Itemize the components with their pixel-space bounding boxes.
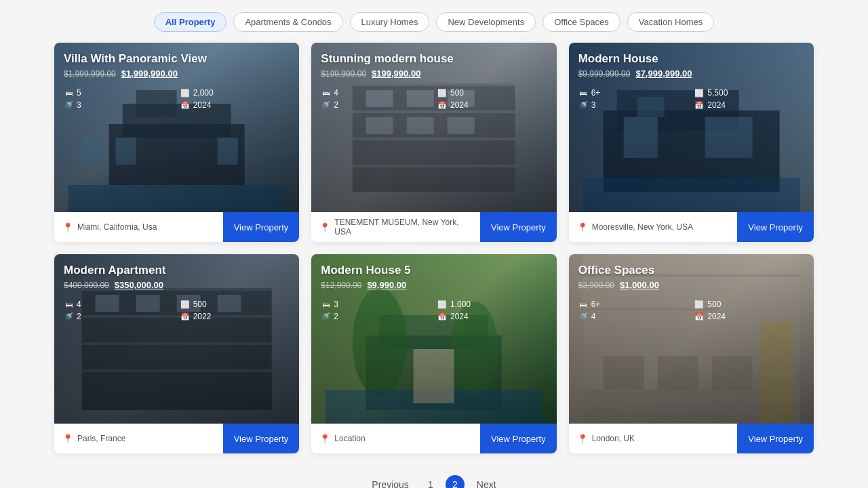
baths-spec-2: 🚿 3 [578,100,688,110]
beds-spec-4: 🛏 3 [321,300,431,309]
bed-icon: 🛏 [578,300,588,309]
location-area-2: 📍 Mooresville, New York, USA [569,212,738,242]
filter-btn-office-spaces[interactable]: Office Spaces [542,12,620,32]
year-spec-3: 📅 2022 [180,312,290,321]
card-footer-2: 📍 Mooresville, New York, USA View Proper… [569,212,814,242]
property-card-5: Office Spaces $3,900.00 $1,000.00 🛏 6+ ⬜… [569,254,814,453]
price-row-0: $1,999,999.00 $1,999,990.00 [64,68,290,79]
pagination-page-1[interactable]: 1 [421,475,440,488]
location-text-2: Mooresville, New York, USA [592,222,693,232]
property-card-1: Stunning modern house $199,999.00 $199,9… [311,43,556,242]
location-pin-icon: 📍 [62,434,73,444]
price-new-5: $1,000.00 [620,280,659,290]
filter-btn-all-property[interactable]: All Property [154,12,227,32]
price-old-0: $1,999,999.00 [64,69,116,79]
specs-3: 🛏 4 ⬜ 500 🚿 2 📅 2022 [64,297,290,324]
property-grid: Villa With Panoramic View $1,999,999.00 … [0,43,868,464]
location-text-5: London, UK [592,434,635,443]
location-area-4: 📍 Location [311,424,480,453]
specs-5: 🛏 6+ ⬜ 500 🚿 4 📅 2024 [578,297,804,324]
price-old-3: $400,000.00 [64,281,109,290]
bath-icon: 🚿 [64,100,73,110]
price-row-5: $3,900.00 $1,000.00 [578,280,804,290]
price-row-1: $199,999.00 $199,990.00 [321,68,547,79]
baths-spec-4: 🚿 2 [321,312,431,321]
pagination-page-2[interactable]: 2 [446,475,465,488]
baths-spec-3: 🚿 2 [64,312,174,321]
location-text-3: Paris, France [77,434,125,443]
bed-icon: 🛏 [321,88,330,98]
area-spec-0: ⬜ 2,000 [180,88,290,98]
year-spec-2: 📅 2024 [694,100,804,110]
price-old-5: $3,900.00 [578,281,614,290]
view-property-button-2[interactable]: View Property [737,212,814,242]
view-property-button-3[interactable]: View Property [223,424,300,453]
area-spec-5: ⬜ 500 [694,300,804,309]
location-area-1: 📍 TENEMENT MUSEUM, New York, USA [311,212,480,242]
card-image-2: Modern House $9,999,999.00 $7,999,999.00… [569,43,814,212]
beds-spec-0: 🛏 5 [64,88,174,98]
bed-icon: 🛏 [578,88,588,98]
pagination-next-button[interactable]: Next [470,476,503,488]
view-property-button-5[interactable]: View Property [737,424,814,453]
calendar-icon: 📅 [694,100,704,110]
calendar-icon: 📅 [180,100,190,110]
card-footer-3: 📍 Paris, France View Property [54,424,299,453]
area-icon: ⬜ [694,88,704,98]
filter-btn-luxury-homes[interactable]: Luxury Homes [350,12,430,32]
card-image-4: Modern House 5 $12,000.00 $9,990.00 🛏 3 … [311,254,556,424]
calendar-icon: 📅 [437,312,447,321]
area-spec-2: ⬜ 5,500 [694,88,804,98]
specs-0: 🛏 5 ⬜ 2,000 🚿 3 📅 2024 [64,85,290,113]
card-title-2: Modern House [578,52,804,66]
price-new-4: $9,990.00 [367,280,406,290]
beds-spec-5: 🛏 6+ [578,300,688,309]
location-area-3: 📍 Paris, France [54,424,223,453]
location-text-4: Location [334,434,365,443]
baths-spec-5: 🚿 4 [578,312,688,321]
location-pin-icon: 📍 [319,434,330,444]
calendar-icon: 📅 [437,100,447,110]
calendar-icon: 📅 [694,312,704,321]
price-new-2: $7,999,999.00 [635,68,692,79]
card-title-0: Villa With Panoramic View [64,52,290,66]
beds-spec-3: 🛏 4 [64,300,174,309]
location-text-1: TENEMENT MUSEUM, New York, USA [334,218,472,237]
specs-1: 🛏 4 ⬜ 500 🚿 2 📅 2024 [321,85,547,113]
bed-icon: 🛏 [321,300,330,309]
view-property-button-0[interactable]: View Property [223,212,300,242]
area-spec-3: ⬜ 500 [180,300,290,309]
area-icon: ⬜ [437,300,447,309]
bath-icon: 🚿 [578,312,588,321]
pagination: Previous12Next [0,464,868,488]
price-row-2: $9,999,999.00 $7,999,999.00 [578,68,804,79]
pagination-previous-button[interactable]: Previous [365,476,415,488]
specs-2: 🛏 6+ ⬜ 5,500 🚿 3 📅 2024 [578,85,804,113]
baths-spec-1: 🚿 2 [321,100,431,110]
card-footer-4: 📍 Location View Property [311,424,556,453]
filter-btn-new-developments[interactable]: New Developments [436,12,536,32]
card-footer-5: 📍 London, UK View Property [569,424,814,453]
beds-spec-2: 🛏 6+ [578,88,688,98]
card-footer-0: 📍 Miami, California, Usa View Property [54,212,299,242]
card-image-3: Modern Apartment $400,000.00 $350,000.00… [54,254,299,424]
location-text-0: Miami, California, Usa [77,222,157,232]
price-old-2: $9,999,999.00 [578,69,631,79]
card-title-4: Modern House 5 [321,264,547,277]
price-new-3: $350,000.00 [115,280,163,290]
calendar-icon: 📅 [180,312,190,321]
filter-btn-apartments-and-condos[interactable]: Apartments & Condos [233,12,342,32]
property-card-2: Modern House $9,999,999.00 $7,999,999.00… [569,43,814,242]
area-icon: ⬜ [180,300,190,309]
year-spec-4: 📅 2024 [437,312,547,321]
area-icon: ⬜ [694,300,704,309]
location-pin-icon: 📍 [319,222,330,232]
year-spec-1: 📅 2024 [437,100,547,110]
location-area-5: 📍 London, UK [569,424,738,453]
filter-btn-vacation-homes[interactable]: Vacation Homes [627,12,714,32]
location-area-0: 📍 Miami, California, Usa [54,212,223,242]
view-property-button-1[interactable]: View Property [480,212,557,242]
location-pin-icon: 📍 [577,434,588,444]
property-card-4: Modern House 5 $12,000.00 $9,990.00 🛏 3 … [311,254,556,453]
view-property-button-4[interactable]: View Property [480,424,557,453]
